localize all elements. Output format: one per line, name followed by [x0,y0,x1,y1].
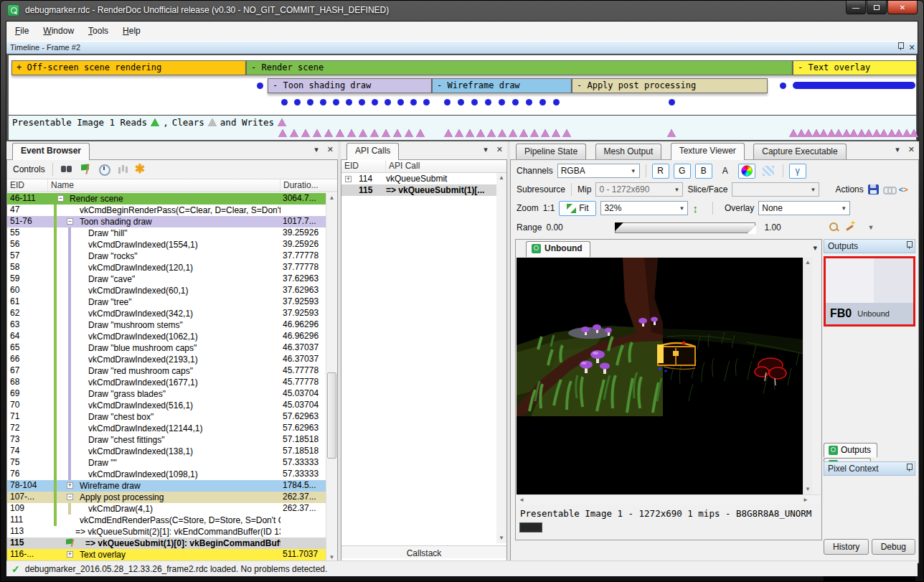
range-min-value[interactable]: 0.00 [546,222,610,233]
api-calls-menu-icon[interactable]: ▾ [484,145,488,154]
menu-file[interactable]: File [9,22,34,36]
save-texture-icon[interactable] [868,184,879,194]
collapse-icon[interactable]: − [67,494,73,500]
menu-help[interactable]: Help [117,22,146,36]
texture-viewer-close-icon[interactable]: ✕ [908,145,915,154]
event-row[interactable]: 76vkCmdDrawIndexed(1098,1)57.33333 [7,469,326,480]
tab-texture-viewer[interactable]: Texture Viewer [671,143,745,160]
event-row[interactable]: 116-...+Text overlay511.7037 [7,549,326,560]
alpha-background-toggle[interactable] [760,164,777,179]
timeline-close-icon[interactable]: ✕ [906,42,918,54]
event-row[interactable]: 74vkCmdDrawIndexed(138,1)57.18518 [7,446,326,457]
close-button[interactable]: ✕ [887,1,918,14]
autofit-range-icon[interactable] [844,222,856,233]
event-row[interactable]: 51-76−Toon shading draw1017.7... [7,216,326,227]
debug-button[interactable]: Debug [872,539,915,555]
timeline-marker-bar[interactable]: + Off-screen scene rendering [11,60,246,75]
event-row[interactable]: 46-111−Render scene3064.7... [7,193,326,205]
jump-to-event-icon[interactable] [79,163,92,176]
event-browser-menu-icon[interactable]: ▾ [314,145,319,154]
event-row[interactable]: 107-...−Apply post processing262.37... [7,492,326,503]
gamma-toggle[interactable]: γ [789,164,806,179]
zoom-select[interactable]: 32%▼ [600,201,688,215]
viewport-vscrollbar[interactable]: ▲▼ [803,258,812,494]
event-row[interactable]: 64vkCmdDrawIndexed(1062,1)46.96296 [7,331,326,342]
tab-outputs[interactable]: Outputs [824,443,877,457]
event-row[interactable]: 65Draw "blue mushroom caps"46.37037 [7,342,326,354]
time-durations-icon[interactable] [98,163,110,176]
event-row[interactable]: 63Draw "mushroom stems"46.96296 [7,319,326,331]
find-event-icon[interactable] [60,163,73,176]
event-row[interactable]: 62vkCmdDrawIndexed(342,1)37.92593 [7,308,326,319]
expand-icon[interactable]: + [67,551,73,558]
open-custom-shader-icon[interactable]: <> [899,185,908,194]
fb0-thumbnail[interactable]: FB0 Unbound [824,256,915,327]
texture-viewport[interactable]: ▲▼ [517,258,812,494]
event-row[interactable]: 72vkCmdDrawIndexed(12144,1)57.62963 [7,423,326,434]
event-row[interactable]: 57Draw "rocks"37.77778 [7,250,326,262]
collapse-icon[interactable]: − [57,195,64,202]
zoom-1to1-button[interactable]: 1:1 [543,203,555,213]
event-row[interactable]: 56vkCmdDrawIndexed(1554,1)39.25926 [7,239,326,250]
event-browser-column-headers[interactable]: EID Name Duratio... [7,179,337,192]
event-row[interactable]: 69Draw "grass blades"45.03704 [7,388,326,400]
pixel-context-pin-icon[interactable] [903,462,915,475]
channel-blue-toggle[interactable]: B [695,164,712,179]
channel-green-toggle[interactable]: G [674,164,691,179]
zoom-range-icon[interactable] [829,222,840,233]
timeline-panel[interactable]: + Off-screen scene rendering- Render sce… [6,54,918,141]
pixel-context-header[interactable]: Pixel Context [824,461,915,476]
range-overflow-chevron[interactable]: ▼ [867,224,874,231]
menu-window[interactable]: Window [37,22,80,36]
outputs-header[interactable]: Outputs [824,239,915,253]
collapse-icon[interactable]: − [67,218,73,225]
maximize-button[interactable] [867,1,887,14]
event-row[interactable]: 67Draw "red mushroom caps"45.77778 [7,365,326,377]
timeline-marker-bar[interactable]: - Render scene [246,60,793,75]
range-white-point-handle[interactable] [747,225,756,234]
api-calls-close-icon[interactable]: ✕ [496,145,503,154]
timeline-panel-header[interactable]: ✕ Timeline - Frame #2 [6,41,918,54]
timeline-marker-bar[interactable]: - Wireframe draw [432,78,572,93]
tab-unbound-texture[interactable]: Unbound [526,241,590,257]
texture-list-menu-icon[interactable]: ▾ [813,243,817,252]
event-row[interactable]: 61Draw "tree"37.92593 [7,296,326,308]
tab-pipeline-state[interactable]: Pipeline State [516,144,586,159]
fit-button[interactable]: Fit [559,201,596,216]
expand-icon[interactable]: + [67,482,73,489]
event-row[interactable]: 73Draw "chest fittings"57.18518 [7,434,326,446]
range-black-point-handle[interactable] [615,222,623,231]
event-row[interactable]: 111vkCmdEndRenderPass(C=Store, D=Store, … [7,515,326,526]
history-button[interactable]: History [824,539,869,555]
expand-icon[interactable]: + [345,176,352,182]
channel-alpha-toggle[interactable]: A [717,164,734,179]
event-row[interactable]: 47vkCmdBeginRenderPass(C=Clear, D=Clear,… [7,205,326,216]
texture-viewer-menu-icon[interactable]: ▾ [895,145,900,154]
api-calls-scrollbar[interactable]: ▲ ▼ [496,173,506,543]
outputs-pin-icon[interactable] [903,240,915,253]
custom-display-toggle[interactable] [738,164,755,179]
overlay-select[interactable]: None▼ [758,201,850,215]
event-browser-scrollbar[interactable]: ▲ ▼ [326,193,337,563]
event-row[interactable]: 60vkCmdDrawIndexed(60,1)37.62963 [7,285,326,296]
channel-red-toggle[interactable]: R [652,164,669,179]
event-row[interactable]: 115=> vkQueueSubmit(1)[0]: vkBeginComman… [7,538,326,549]
channels-select[interactable]: RGBA▼ [557,164,640,178]
event-row[interactable]: 55Draw "hill"39.25926 [7,227,326,239]
event-row[interactable]: 109vkCmdDraw(4,1)262.37... [7,503,326,515]
timeline-marker-bar[interactable]: - Toon shading draw [268,78,432,93]
range-max-value[interactable]: 1.00 [760,222,824,233]
title-bar[interactable]: debugmarker.rdc - RenderDoc Unofficial r… [1,1,923,21]
tab-api-calls[interactable]: API Calls [346,143,399,160]
tab-mesh-output[interactable]: Mesh Output [595,144,662,159]
minimize-button[interactable]: — [846,1,866,14]
event-row[interactable]: 71Draw "chest box"57.62963 [7,411,326,423]
tab-event-browser[interactable]: Event Browser [12,143,90,160]
timeline-marker-bar[interactable]: - Text overlay [793,60,917,75]
bookmark-star-icon[interactable]: ✱ [135,164,145,175]
event-row[interactable]: 70vkCmdDrawIndexed(516,1)45.03704 [7,400,326,411]
timeline-pin-icon[interactable] [895,42,906,54]
flip-y-icon[interactable]: ↕ [692,202,698,215]
event-row[interactable]: 59Draw "cave"37.62963 [7,273,326,285]
tab-capture-executable[interactable]: Capture Executable [753,144,846,159]
